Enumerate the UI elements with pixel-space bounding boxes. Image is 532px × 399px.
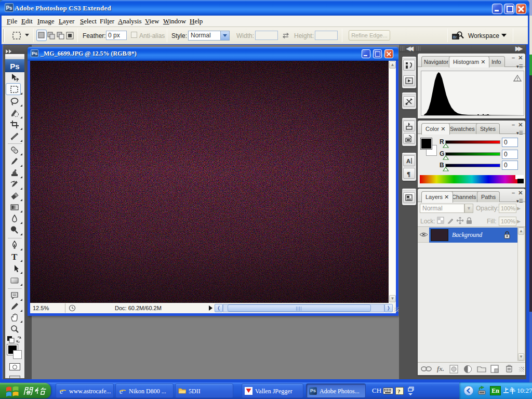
svg-text:T: T bbox=[11, 252, 18, 261]
svg-text:¶: ¶ bbox=[407, 170, 410, 178]
svg-text:?: ? bbox=[397, 388, 401, 394]
svg-text:Br: Br bbox=[453, 35, 457, 39]
svg-text:A: A bbox=[406, 158, 410, 164]
